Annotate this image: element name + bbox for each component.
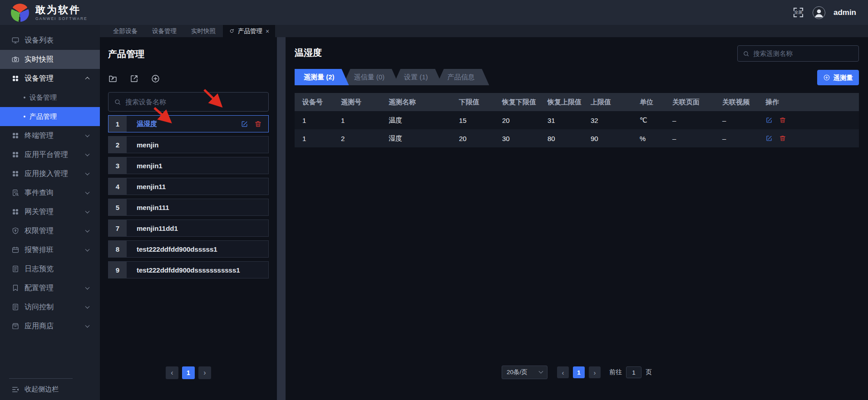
bookmark-icon xyxy=(11,284,20,292)
chevron-down-icon xyxy=(85,304,90,309)
sidebar-item-gateway-mgmt[interactable]: 网关管理 xyxy=(0,202,100,221)
fullscreen-button[interactable]: 全屏 xyxy=(792,6,804,19)
chevron-down-icon xyxy=(85,228,90,233)
tab-device-mgmt[interactable]: 设备管理 xyxy=(145,25,184,37)
tab-settings[interactable]: 设置 (1) xyxy=(393,69,443,85)
sidebar-item-permission-mgmt[interactable]: 权限管理 xyxy=(0,221,100,240)
monitor-icon xyxy=(11,36,20,44)
table-pagination: 20条/页 ‹ 1 › 前往 页 xyxy=(286,366,868,379)
chevron-down-icon xyxy=(85,190,90,195)
grid-icon xyxy=(11,74,20,83)
product-row[interactable]: 7 menjin11dd1 xyxy=(108,220,269,237)
page-size-select[interactable]: 20条/页 xyxy=(502,366,547,379)
product-row[interactable]: 8 test222ddfdd900dsssss1 xyxy=(108,240,269,258)
camera-icon xyxy=(11,55,20,63)
panel-title: 产品管理 xyxy=(108,37,269,60)
page-1-button[interactable]: 1 xyxy=(182,366,195,379)
sidebar-subitem-device-mgmt[interactable]: 设备管理 xyxy=(0,88,100,107)
col-header: 遥测号 xyxy=(341,98,389,107)
sidebar-item-log-preview[interactable]: 日志预览 xyxy=(0,259,100,278)
add-product-icon[interactable] xyxy=(151,74,160,83)
chevron-down-icon xyxy=(85,285,90,290)
sidebar-item-terminal-mgmt[interactable]: 终端管理 xyxy=(0,126,100,145)
product-row[interactable]: 4 menjin11 xyxy=(108,178,269,195)
avatar[interactable] xyxy=(813,6,825,19)
tab-telesignal[interactable]: 遥信量 (0) xyxy=(343,69,399,85)
next-page-button[interactable]: › xyxy=(198,366,211,379)
product-row[interactable]: 5 menjin111 xyxy=(108,199,269,216)
delete-icon[interactable] xyxy=(779,135,786,142)
doc-icon xyxy=(11,303,20,311)
sidebar: 设备列表 实时快照 设备管理 设备管理 产品管理 终端管理 xyxy=(0,25,100,400)
prev-page-button[interactable]: ‹ xyxy=(557,366,569,378)
export-icon[interactable] xyxy=(129,74,139,83)
sidebar-item-app-store[interactable]: 应用商店 xyxy=(0,317,100,336)
grid-icon xyxy=(11,132,20,140)
grid-icon xyxy=(11,170,20,178)
topbar: 敢为软件 GANWEI SOFTWARE 全屏 admin xyxy=(0,0,868,25)
chevron-down-icon xyxy=(85,247,90,252)
chevron-down-icon xyxy=(85,171,90,176)
brand-name: 敢为软件 xyxy=(35,5,88,15)
search-icon xyxy=(114,98,121,106)
refresh-icon[interactable] xyxy=(229,28,235,34)
edit-icon[interactable] xyxy=(765,117,773,124)
product-row[interactable]: 9 test222ddfdd900dsssssssssss1 xyxy=(108,261,269,278)
sidebar-item-alarm-schedule[interactable]: 报警排班 xyxy=(0,240,100,259)
chevron-up-icon xyxy=(85,77,90,81)
plus-circle-icon xyxy=(823,74,830,81)
sidebar-item-access-control[interactable]: 访问控制 xyxy=(0,298,100,317)
sidebar-item-realtime-snapshot[interactable]: 实时快照 xyxy=(0,50,100,69)
sidebar-item-device-list[interactable]: 设备列表 xyxy=(0,31,100,50)
grid-icon xyxy=(11,208,20,216)
sidebar-item-config-mgmt[interactable]: 配置管理 xyxy=(0,278,100,298)
sidebar-item-app-platform-mgmt[interactable]: 应用平台管理 xyxy=(0,145,100,164)
sidebar-subitem-product-mgmt[interactable]: 产品管理 xyxy=(0,107,100,126)
telemetry-table: 设备号 遥测号 遥测名称 下限值 恢复下限值 恢复上限值 上限值 单位 关联页面… xyxy=(295,93,859,147)
grid-icon xyxy=(11,151,20,159)
sidebar-item-event-query[interactable]: 事件查询 xyxy=(0,183,100,202)
close-tab-icon[interactable]: × xyxy=(266,28,269,34)
row-actions xyxy=(765,117,859,124)
page-1-button[interactable]: 1 xyxy=(573,366,585,378)
tab-realtime-snapshot[interactable]: 实时快照 xyxy=(184,25,223,37)
folder-import-icon[interactable] xyxy=(108,74,118,83)
col-header: 上限值 xyxy=(591,98,640,107)
device-search-input[interactable] xyxy=(125,98,263,106)
product-row[interactable]: 2 menjin xyxy=(108,136,269,153)
telemetry-search-input[interactable] xyxy=(753,50,853,57)
table-row: 1 2 湿度 20 30 80 90 % – – xyxy=(295,129,859,147)
shield-icon xyxy=(11,227,20,235)
col-header: 恢复上限值 xyxy=(547,98,591,107)
chevron-down-icon xyxy=(85,323,90,328)
sidebar-item-device-mgmt[interactable]: 设备管理 xyxy=(0,69,100,88)
brand-logo xyxy=(11,4,29,22)
row-actions xyxy=(765,135,859,142)
add-telemetry-button[interactable]: 遥测量 xyxy=(817,70,859,85)
person-icon xyxy=(813,7,825,19)
tab-telemetry[interactable]: 遥测量 (2) xyxy=(295,69,349,85)
tab-product-info[interactable]: 产品信息 xyxy=(437,69,489,85)
goto-page-input[interactable] xyxy=(626,366,641,378)
product-row-selected[interactable]: 1 温湿度 xyxy=(108,115,269,132)
edit-icon[interactable] xyxy=(241,120,248,128)
next-page-button[interactable]: › xyxy=(589,366,601,378)
username[interactable]: admin xyxy=(833,8,856,17)
delete-icon[interactable] xyxy=(779,117,786,124)
device-search-box xyxy=(108,92,269,112)
sidebar-item-app-access-mgmt[interactable]: 应用接入管理 xyxy=(0,164,100,183)
chevron-down-icon xyxy=(85,152,90,156)
tab-product-mgmt-active[interactable]: 产品管理 × xyxy=(223,25,275,37)
col-header: 关联视频 xyxy=(722,98,765,107)
prev-page-button[interactable]: ‹ xyxy=(166,366,178,379)
chevron-down-icon xyxy=(85,209,90,214)
collapse-sidebar-button[interactable]: 收起侧边栏 xyxy=(0,379,100,400)
delete-icon[interactable] xyxy=(254,120,262,128)
product-list-panel: 产品管理 1 温湿度 xyxy=(100,37,277,400)
edit-icon[interactable] xyxy=(765,135,773,142)
product-row[interactable]: 3 menjin1 xyxy=(108,157,269,174)
col-header: 恢复下限值 xyxy=(502,98,547,107)
col-header: 单位 xyxy=(640,98,672,107)
tab-all-devices[interactable]: 全部设备 xyxy=(106,25,145,37)
col-header: 操作 xyxy=(765,98,859,107)
